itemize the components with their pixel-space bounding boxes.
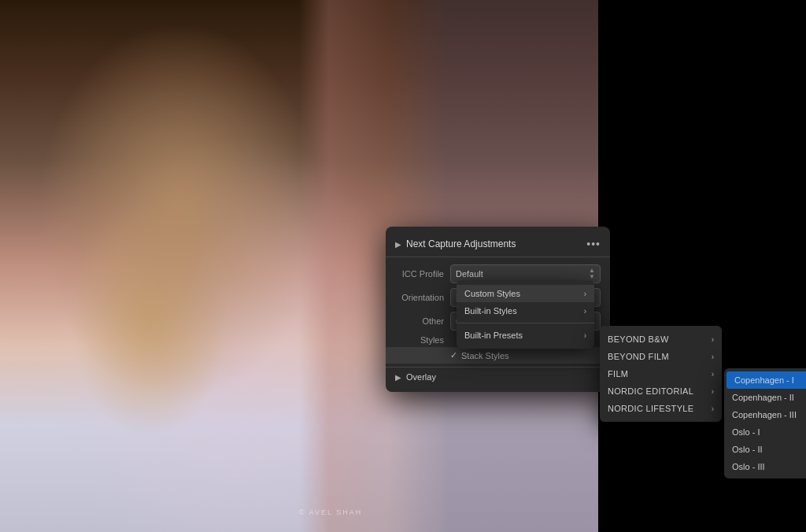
oslo-ii-label: Oslo - II: [732, 445, 763, 454]
panel-title: Next Capture Adjustments: [406, 238, 516, 249]
custom-styles-arrow: ›: [584, 290, 586, 298]
nordic-editorial-item[interactable]: NORDIC EDITORIAL ›: [600, 382, 722, 400]
icc-profile-stepper[interactable]: ▲ ▼: [589, 268, 595, 280]
icc-profile-value: Default: [456, 269, 483, 279]
film-label: FILM: [608, 369, 628, 379]
custom-styles-item[interactable]: Custom Styles ›: [457, 285, 594, 302]
panel-header: ▶ Next Capture Adjustments •••: [386, 235, 610, 257]
overlay-collapse-arrow[interactable]: ▶: [395, 373, 401, 382]
custom-styles-label: Custom Styles: [464, 289, 520, 298]
nordic-editorial-submenu: Copenhagen - I Copenhagen - II Copenhage…: [724, 368, 806, 478]
other-label: Other: [395, 316, 450, 326]
oslo-ii-item[interactable]: Oslo - II: [724, 441, 806, 458]
copenhagen-ii-label: Copenhagen - II: [732, 393, 794, 402]
beyond-bw-label: BEYOND B&W: [608, 334, 669, 344]
overlay-row[interactable]: ▶ Overlay: [386, 367, 610, 384]
copenhagen-ii-item[interactable]: Copenhagen - II: [724, 389, 806, 406]
beyond-film-item[interactable]: BEYOND FILM ›: [600, 348, 722, 365]
built-in-styles-label: Built-in Styles: [464, 306, 517, 316]
nordic-editorial-arrow: ›: [712, 387, 714, 396]
overlay-label: Overlay: [406, 372, 436, 382]
oslo-i-label: Oslo - I: [732, 427, 760, 437]
copenhagen-iii-item[interactable]: Copenhagen - III: [724, 406, 806, 423]
stack-styles-checkmark: ✓: [450, 350, 461, 360]
styles-submenu: Custom Styles › Built-in Styles › Built-…: [457, 280, 594, 349]
copenhagen-i-item[interactable]: Copenhagen - I: [727, 371, 806, 389]
beyond-bw-arrow: ›: [712, 335, 714, 344]
more-options-button[interactable]: •••: [586, 238, 601, 250]
icc-profile-label: ICC Profile: [395, 269, 450, 279]
nordic-lifestyle-arrow: ›: [712, 405, 714, 413]
panel-header-left: ▶ Next Capture Adjustments: [395, 238, 516, 249]
copenhagen-i-label: Copenhagen - I: [734, 375, 794, 385]
collapse-icon[interactable]: ▶: [395, 240, 401, 249]
photo-watermark: © AVEL SHAH: [299, 508, 362, 516]
stack-styles-label: Stack Styles: [461, 351, 509, 360]
film-item[interactable]: FILM ›: [600, 365, 722, 382]
oslo-iii-label: Oslo - III: [732, 462, 765, 471]
beyond-film-label: BEYOND FILM: [608, 352, 669, 361]
nordic-lifestyle-label: NORDIC LIFESTYLE: [608, 404, 693, 413]
orientation-label: Orientation: [395, 293, 450, 302]
beyond-film-arrow: ›: [712, 353, 714, 361]
copenhagen-iii-label: Copenhagen - III: [732, 410, 797, 419]
submenu-divider: [457, 323, 594, 323]
nordic-lifestyle-item[interactable]: NORDIC LIFESTYLE ›: [600, 400, 722, 417]
built-in-presets-item[interactable]: Built-in Presets ›: [457, 327, 594, 344]
oslo-iii-item[interactable]: Oslo - III: [724, 458, 806, 475]
built-in-presets-arrow: ›: [584, 331, 586, 340]
built-in-presets-label: Built-in Presets: [464, 331, 523, 340]
oslo-i-item[interactable]: Oslo - I: [724, 423, 806, 441]
film-arrow: ›: [712, 370, 714, 379]
icc-down-arrow[interactable]: ▼: [589, 274, 595, 280]
custom-styles-submenu: BEYOND B&W › BEYOND FILM › FILM › NORDIC…: [600, 326, 722, 422]
built-in-styles-arrow: ›: [584, 307, 586, 316]
built-in-styles-item[interactable]: Built-in Styles ›: [457, 302, 594, 320]
styles-label: Styles: [395, 335, 450, 345]
stack-styles-row[interactable]: ✓ Stack Styles: [386, 347, 610, 364]
nordic-editorial-label: NORDIC EDITORIAL: [608, 386, 693, 396]
beyond-bw-item[interactable]: BEYOND B&W ›: [600, 331, 722, 348]
